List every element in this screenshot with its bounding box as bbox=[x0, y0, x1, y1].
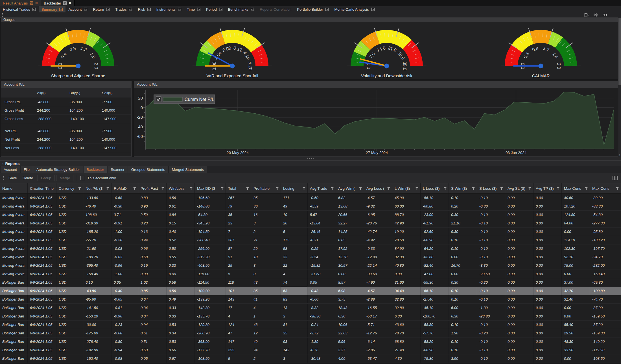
cell[interactable]: -23.80 bbox=[477, 312, 505, 320]
cell[interactable]: -159.50 bbox=[590, 312, 621, 320]
cell[interactable]: -180.70 bbox=[83, 253, 111, 261]
cell[interactable]: 0.00 bbox=[505, 321, 533, 329]
cell[interactable]: -54.30 bbox=[195, 211, 226, 219]
cell[interactable]: Bollinger Ban bbox=[0, 321, 28, 329]
cell[interactable]: 6/9/2024 1:05 bbox=[28, 202, 56, 210]
cell[interactable]: 0.04 bbox=[138, 312, 167, 320]
cell[interactable]: -0.20 bbox=[477, 278, 505, 286]
cell[interactable]: 3 bbox=[251, 261, 281, 270]
legend-checkbox[interactable] bbox=[156, 97, 161, 102]
cell[interactable]: 0.55 bbox=[167, 253, 195, 261]
filter-funnel-icon[interactable] bbox=[359, 187, 362, 190]
cell[interactable]: 41 bbox=[251, 295, 281, 303]
cell[interactable]: -0.10 bbox=[477, 253, 505, 261]
table-row[interactable]: Moving Avera6/9/2024 1:05USD-158.40-1.00… bbox=[0, 270, 621, 278]
cell[interactable]: 267 bbox=[226, 194, 251, 202]
cell[interactable]: 2.27 bbox=[336, 346, 364, 354]
cell[interactable]: 34.40 bbox=[392, 287, 421, 295]
cell[interactable]: -0.30 bbox=[477, 202, 505, 210]
cell[interactable]: 0.00 bbox=[562, 354, 590, 363]
cell[interactable]: 43 bbox=[251, 321, 281, 329]
cell[interactable]: -119.90 bbox=[590, 346, 621, 354]
cell[interactable]: -66.90 bbox=[421, 346, 449, 354]
cell[interactable]: 0.10 bbox=[449, 236, 477, 244]
table-row[interactable]: Bollinger Ban6/9/2024 1:05USD-153.20-0.9… bbox=[0, 312, 621, 321]
tab-monte-carlo-analysis[interactable]: Monte Carlo Analysis bbox=[331, 6, 377, 12]
cell[interactable]: 79 bbox=[226, 202, 251, 210]
table-row[interactable]: Moving Avera6/9/2024 1:05USD-185.20-1.00… bbox=[0, 228, 621, 236]
cell[interactable]: 6.30 bbox=[392, 312, 421, 320]
cell[interactable]: -0.10 bbox=[477, 287, 505, 295]
cell[interactable]: 0.00 bbox=[505, 354, 533, 363]
cell[interactable]: 0.00 bbox=[449, 253, 477, 261]
cell[interactable]: 0.10 bbox=[449, 295, 477, 303]
cell[interactable]: 0.33 bbox=[167, 312, 195, 320]
cell[interactable]: -141.50 bbox=[83, 304, 111, 312]
cell[interactable]: USD bbox=[56, 219, 83, 227]
cell[interactable]: 0.52 bbox=[167, 236, 195, 244]
cell[interactable]: -82.40 bbox=[421, 261, 449, 270]
cell[interactable]: USD bbox=[56, 278, 83, 286]
filter-funnel-icon[interactable] bbox=[106, 187, 110, 190]
cell[interactable]: 78.50 bbox=[392, 236, 421, 244]
table-row[interactable]: Bollinger Ban6/9/2024 1:05USD-43.80-0.40… bbox=[0, 287, 621, 295]
column-header-currency[interactable]: Currency bbox=[56, 183, 83, 193]
cell[interactable]: 4 bbox=[281, 270, 308, 278]
filter-funnel-icon[interactable] bbox=[302, 187, 306, 190]
cell[interactable]: 4 bbox=[251, 304, 281, 312]
cell[interactable]: 0.50 bbox=[167, 244, 195, 253]
cell[interactable]: 175 bbox=[281, 236, 308, 244]
cell[interactable]: -1.89 bbox=[308, 337, 336, 346]
cell[interactable]: 5 bbox=[281, 228, 308, 236]
cell[interactable]: 0.83 bbox=[138, 194, 167, 202]
cell[interactable]: 0.53 bbox=[167, 337, 195, 346]
cell[interactable]: 6/9/2024 1:05 bbox=[28, 211, 56, 219]
reports-tab-grouped-statements[interactable]: Grouped Statements bbox=[128, 166, 168, 173]
cell[interactable]: -0.81 bbox=[111, 304, 138, 312]
cell[interactable]: -0.10 bbox=[477, 194, 505, 202]
cell[interactable]: 13 bbox=[281, 304, 308, 312]
cell[interactable]: -0.98 bbox=[111, 354, 138, 363]
cell[interactable]: 25 bbox=[226, 261, 251, 270]
filter-funnel-icon[interactable] bbox=[415, 187, 419, 190]
group-button[interactable]: Group bbox=[38, 175, 54, 181]
scrollbar-down-arrow[interactable]: ▼ bbox=[618, 153, 621, 157]
cell[interactable]: USD bbox=[56, 321, 83, 329]
cell[interactable]: 35 bbox=[226, 211, 251, 219]
column-chooser-icon[interactable] bbox=[613, 176, 618, 180]
cell[interactable]: -75.80 bbox=[421, 354, 449, 363]
cell[interactable]: 0.30 bbox=[449, 278, 477, 286]
cell[interactable]: 0.00 bbox=[562, 304, 590, 312]
cell[interactable]: 95 bbox=[251, 194, 281, 202]
cell[interactable]: -363.90 bbox=[195, 337, 226, 346]
cell[interactable]: -55.70 bbox=[83, 236, 111, 244]
table-row[interactable]: Bollinger Ban6/9/2024 1:05USD-30.00-0.23… bbox=[0, 321, 621, 329]
cell[interactable]: 6/9/2024 1:05 bbox=[28, 304, 56, 312]
cell[interactable]: 0.00 bbox=[533, 346, 562, 354]
cell[interactable]: -16.55 bbox=[364, 304, 392, 312]
cell[interactable]: 7 bbox=[226, 228, 251, 236]
cell[interactable]: USD bbox=[56, 329, 83, 337]
cell[interactable]: 0.05 bbox=[111, 278, 138, 286]
column-header-net-p-l-[interactable]: Net P/L ($ bbox=[83, 183, 111, 193]
cell[interactable]: -158.40 bbox=[83, 270, 111, 278]
cell[interactable]: -175.00 bbox=[83, 329, 111, 337]
cell[interactable]: 17 bbox=[226, 304, 251, 312]
cell[interactable]: -0.59 bbox=[308, 202, 336, 210]
tab-account[interactable]: Account bbox=[65, 6, 90, 12]
cell[interactable]: 0.64 bbox=[138, 295, 167, 303]
tab-trades[interactable]: Trades bbox=[112, 6, 135, 12]
cell[interactable]: 0.00 bbox=[505, 287, 533, 295]
cell[interactable]: 8.85 bbox=[336, 236, 364, 244]
cell[interactable]: -42.74 bbox=[364, 228, 392, 236]
cell[interactable]: -129.80 bbox=[195, 321, 226, 329]
tab-instruments[interactable]: Instruments bbox=[154, 6, 184, 12]
tab-historical-trades[interactable]: Historical Trades bbox=[0, 6, 39, 12]
cell[interactable]: 2.50 bbox=[138, 211, 167, 219]
cell[interactable]: -100.70 bbox=[421, 312, 449, 320]
cell[interactable]: 32.80 bbox=[392, 304, 421, 312]
column-header-l-loss-[interactable]: L Loss ($) bbox=[421, 183, 449, 193]
cell[interactable]: 0.94 bbox=[138, 321, 167, 329]
table-row[interactable]: Bollinger Ban6/9/2024 1:05USD-278.40-0.8… bbox=[0, 337, 621, 346]
cell[interactable]: 31.60 bbox=[392, 278, 421, 286]
